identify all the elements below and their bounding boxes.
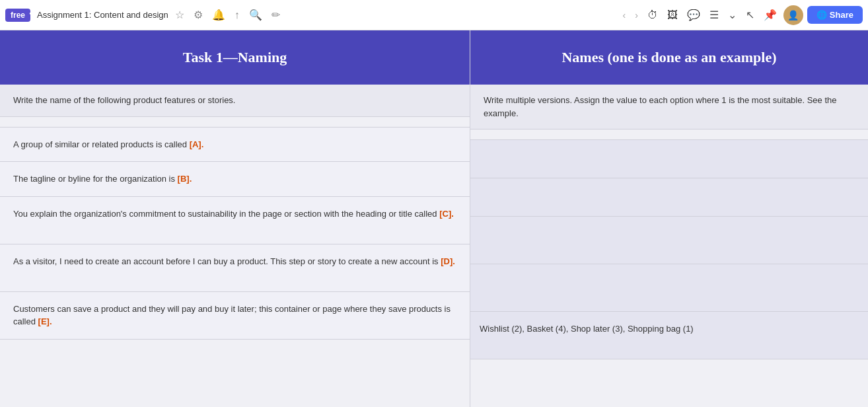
left-row-b-text: The tagline or byline for the organizati… (13, 174, 178, 184)
left-title: Task 1—Naming (13, 49, 456, 66)
right-row-d[interactable] (470, 264, 868, 312)
left-row-d: As a visitor, I need to create an accoun… (0, 244, 470, 292)
tool-icon[interactable]: ✏ (269, 6, 283, 24)
share-globe-icon: 🌐 (816, 10, 827, 20)
left-row-a-highlight: [A]. (190, 139, 204, 149)
share-button[interactable]: 🌐 Share (807, 6, 863, 24)
right-row-e-text: Wishlist (2), Basket (4), Shop later (3)… (480, 324, 694, 334)
left-row-c-text: You explain the organization's commitmen… (13, 209, 439, 219)
left-row-e-text: Customers can save a product and they wi… (13, 304, 451, 327)
left-row-c: You explain the organization's commitmen… (0, 197, 470, 244)
left-row-d-text: As a visitor, I need to create an accoun… (13, 256, 441, 266)
right-panel: Names (one is done as an example) Write … (470, 30, 868, 407)
left-gap (0, 117, 470, 128)
right-header: Names (one is done as an example) (470, 30, 868, 85)
document-title: Assignment 1: Content and design (37, 10, 168, 20)
right-gap (470, 130, 868, 140)
left-rows: A group of similar or related products i… (0, 128, 470, 408)
nav-right-icon[interactable]: › (632, 7, 641, 23)
comment-icon[interactable]: 💬 (684, 6, 703, 24)
star-icon[interactable]: ☆ (172, 6, 187, 24)
right-rows: Wishlist (2), Basket (4), Shop later (3)… (470, 140, 868, 407)
settings-icon[interactable]: ⚙ (191, 6, 205, 24)
left-row-b-highlight: [B]. (178, 174, 192, 184)
cursor-icon[interactable]: ↖ (743, 6, 757, 24)
header: free Assignment 1: Content and design ☆ … (0, 0, 868, 30)
right-description: Write multiple versions. Assign the valu… (470, 85, 868, 130)
main-content: Task 1—Naming Write the name of the foll… (0, 30, 868, 407)
left-row-e-highlight: [E]. (38, 316, 52, 326)
right-row-c[interactable] (470, 217, 868, 264)
left-row-a: A group of similar or related products i… (0, 128, 470, 163)
avatar[interactable]: 👤 (783, 5, 803, 25)
left-header: Task 1—Naming (0, 30, 470, 85)
left-row-c-highlight: [C]. (439, 209, 454, 219)
search-icon[interactable]: 🔍 (246, 6, 265, 24)
right-row-a[interactable] (470, 140, 868, 178)
right-row-e[interactable]: Wishlist (2), Basket (4), Shop later (3)… (470, 312, 868, 359)
nav-left-icon[interactable]: ‹ (620, 7, 629, 23)
left-row-d-highlight: [D]. (441, 256, 455, 266)
right-row-b[interactable] (470, 178, 868, 217)
left-row-e: Customers can save a product and they wi… (0, 292, 470, 340)
free-badge[interactable]: free (5, 9, 30, 22)
left-row-b: The tagline or byline for the organizati… (0, 162, 470, 197)
timer-icon[interactable]: ⏱ (645, 7, 661, 24)
list-icon[interactable]: ☰ (707, 6, 721, 24)
more-icon[interactable]: ⌄ (725, 6, 739, 24)
right-title: Names (one is done as an example) (484, 49, 855, 66)
left-row-a-text: A group of similar or related products i… (13, 139, 190, 149)
image-icon[interactable]: 🖼 (665, 7, 680, 24)
bell-icon[interactable]: 🔔 (209, 6, 228, 24)
left-description: Write the name of the following product … (0, 85, 470, 117)
left-panel: Task 1—Naming Write the name of the foll… (0, 30, 470, 407)
share-icon[interactable]: ↑ (232, 7, 242, 24)
pin-icon[interactable]: 📌 (761, 6, 779, 24)
